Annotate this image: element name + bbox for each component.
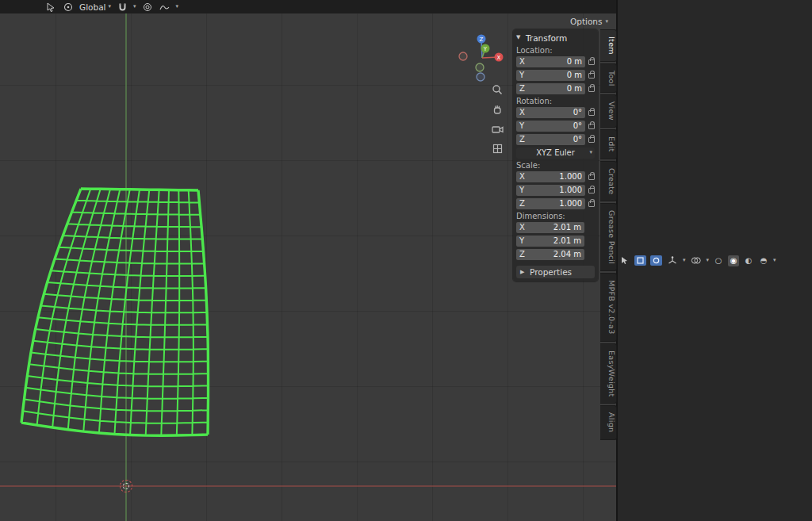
tab-grease-pencil[interactable]: Grease Pencil — [600, 203, 617, 271]
tab-align[interactable]: Align — [600, 405, 617, 439]
location-z-field[interactable]: Z0 m — [516, 83, 585, 94]
scale-x-row: X1.000 — [516, 170, 595, 182]
chevron-down-icon: ▾ — [605, 19, 608, 25]
rotation-y-field[interactable]: Y0° — [516, 121, 585, 132]
lock-icon[interactable] — [588, 110, 595, 116]
sidebar-transform-panel: ▼ Transform Location: X0 m Y0 m Z0 m Rot… — [513, 29, 598, 282]
location-x-field[interactable]: X0 m — [516, 56, 585, 67]
orthographic-grid-icon[interactable] — [488, 140, 506, 157]
chevron-down-icon: ▾ — [589, 150, 592, 155]
xray-toggle-icon[interactable] — [634, 255, 646, 266]
dimensions-y-field[interactable]: Y2.01 m — [516, 236, 584, 247]
rotation-z-field[interactable]: Z0° — [516, 134, 585, 145]
shading-wireframe-button[interactable]: ○ — [713, 255, 724, 266]
scale-y-field[interactable]: Y1.000 — [516, 185, 585, 196]
lock-icon[interactable] — [588, 188, 595, 193]
rotation-z-row: Z0° — [516, 133, 595, 145]
rotation-x-row: X0° — [516, 106, 595, 118]
dimensions-x-field[interactable]: X2.01 m — [516, 222, 584, 233]
snap-magnet-icon[interactable] — [116, 1, 128, 13]
dimensions-z-row: Z2.04 m — [516, 248, 595, 260]
rotation-x-field[interactable]: X0° — [516, 107, 585, 118]
lock-icon[interactable] — [588, 86, 595, 92]
pan-hand-icon[interactable] — [488, 101, 506, 117]
shading-dropdown-icon[interactable]: ▾ — [773, 258, 776, 263]
lock-icon[interactable] — [588, 73, 595, 79]
scale-x-field[interactable]: X1.000 — [516, 171, 585, 182]
transform-panel-header[interactable]: ▼ Transform — [516, 32, 595, 44]
transform-orientation-dropdown[interactable]: Global ▾ — [79, 2, 111, 12]
orientation-label: Global — [79, 2, 106, 12]
tab-edit[interactable]: Edit — [600, 129, 617, 159]
3d-cursor — [120, 480, 132, 492]
transform-pivot-icon[interactable] — [62, 1, 75, 13]
rotation-mode-row: XYZ Euler▾ — [516, 147, 595, 159]
viewport-header: Global ▾ ▾ ▾ — [0, 0, 616, 13]
dimensions-y-row: Y2.01 m — [516, 235, 595, 247]
lock-icon[interactable] — [588, 137, 595, 143]
location-y-row: Y0 m — [516, 69, 595, 81]
transform-title: Transform — [526, 33, 567, 43]
lock-icon[interactable] — [588, 201, 595, 207]
rotation-y-row: Y0° — [516, 120, 595, 132]
zoom-tool-icon[interactable] — [488, 81, 506, 98]
shading-rendered-button[interactable]: ◓ — [758, 255, 769, 266]
snap-toggle-icon[interactable] — [650, 255, 662, 266]
tab-item[interactable]: Item — [600, 29, 617, 62]
gizmo-x-label: X — [497, 55, 501, 61]
3d-viewport[interactable]: Global ▾ ▾ ▾ — [0, 0, 618, 521]
properties-subpanel-header[interactable]: ▶ Properties — [516, 266, 595, 278]
falloff-dropdown-icon[interactable]: ▾ — [176, 4, 179, 10]
scale-z-row: Z1.000 — [516, 197, 595, 209]
navigation-gizmo[interactable]: Z Y X — [457, 32, 509, 84]
lock-icon[interactable] — [588, 174, 595, 180]
tab-easyweight[interactable]: EasyWeight — [600, 343, 617, 404]
location-label: Location: — [516, 46, 595, 55]
gizmo-z-label: Z — [480, 36, 484, 43]
proportional-editing-icon[interactable] — [141, 1, 154, 13]
dimensions-label: Dimensions: — [516, 212, 595, 220]
location-x-row: X0 m — [516, 56, 595, 67]
show-overlays-icon[interactable] — [690, 255, 703, 266]
gizmo-y-label: Y — [483, 46, 488, 52]
sidebar-tabs: Item Tool View Edit Create Grease Pencil… — [600, 29, 617, 440]
falloff-curve-icon[interactable] — [159, 1, 171, 13]
dimensions-z-field[interactable]: Z2.04 m — [516, 249, 584, 260]
lock-icon[interactable] — [588, 124, 595, 129]
tab-mpfb[interactable]: MPFB v2.0-a3 — [600, 273, 617, 342]
x-axis-line — [0, 485, 616, 487]
wireframe-mesh-object[interactable] — [11, 174, 227, 452]
show-gizmo-icon[interactable] — [666, 255, 679, 266]
scale-y-row: Y1.000 — [516, 184, 595, 196]
viewport-tools — [488, 81, 506, 157]
select-mode-icon[interactable] — [44, 1, 57, 13]
tab-tool[interactable]: Tool — [600, 63, 617, 94]
location-y-field[interactable]: Y0 m — [516, 70, 585, 81]
chevron-down-icon: ▾ — [109, 4, 112, 10]
collapse-arrow-icon: ▼ — [516, 35, 523, 40]
tab-view[interactable]: View — [600, 94, 617, 128]
options-label: Options — [570, 17, 603, 26]
rotation-label: Rotation: — [516, 97, 595, 105]
selectability-icon[interactable] — [618, 255, 630, 266]
dimensions-x-row: X2.01 m — [516, 221, 595, 233]
viewport-options-dropdown[interactable]: Options ▾ — [570, 17, 608, 26]
gizmos-dropdown-icon[interactable]: ▾ — [683, 258, 686, 263]
camera-view-icon[interactable] — [488, 121, 506, 137]
tab-create[interactable]: Create — [600, 161, 617, 201]
location-z-row: Z0 m — [516, 82, 595, 94]
scale-z-field[interactable]: Z1.000 — [516, 198, 585, 209]
rotation-mode-dropdown[interactable]: XYZ Euler▾ — [516, 147, 595, 159]
properties-subpanel-label: Properties — [530, 267, 572, 277]
lock-icon[interactable] — [588, 59, 595, 65]
expand-arrow-icon: ▶ — [520, 270, 527, 275]
overlays-dropdown-icon[interactable]: ▾ — [707, 258, 710, 263]
scale-label: Scale: — [516, 161, 595, 170]
shading-solid-button[interactable]: ◉ — [728, 255, 739, 266]
shading-material-button[interactable]: ◐ — [743, 255, 754, 266]
snapping-dropdown-icon[interactable]: ▾ — [133, 4, 136, 10]
